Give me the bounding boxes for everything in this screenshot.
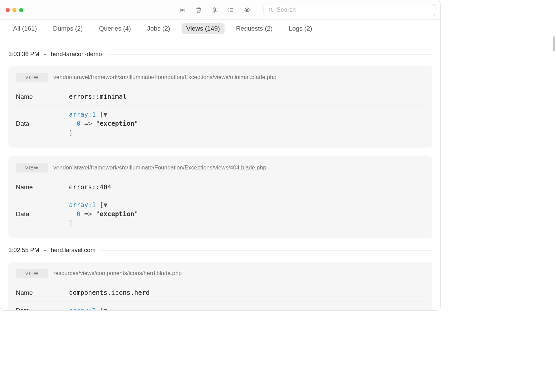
search-field[interactable]	[264, 4, 435, 16]
minimize-window-button[interactable]	[12, 8, 16, 12]
window-controls	[6, 8, 23, 12]
tab-queries[interactable]: Queries (4)	[94, 23, 135, 34]
group-header: 3:02:55 PM - herd.laravel.com	[8, 247, 432, 254]
row-label-data: Data	[16, 306, 69, 311]
close-window-button[interactable]	[6, 8, 10, 12]
view-card: VIEW vendor/laravel/framework/src/Illumi…	[8, 156, 432, 238]
gear-icon[interactable]	[243, 6, 251, 14]
trash-icon[interactable]	[195, 6, 202, 14]
view-name: errors::minimal	[69, 92, 127, 102]
view-name: components.icons.herd	[69, 288, 150, 298]
toolbar	[179, 4, 435, 16]
search-icon	[268, 7, 274, 13]
divider	[107, 54, 432, 54]
group-sep: -	[44, 51, 46, 58]
view-badge: VIEW	[16, 269, 48, 278]
file-path: vendor/laravel/framework/src/Illuminate/…	[53, 74, 276, 81]
group-time: 3:02:55 PM	[8, 247, 39, 254]
pin-icon[interactable]	[211, 6, 219, 14]
row-label-name: Name	[16, 288, 69, 298]
group-header: 3:03:36 PM - herd-laracon-demo	[8, 51, 432, 58]
group-sep: -	[44, 247, 46, 254]
tab-requests[interactable]: Requests (2)	[231, 23, 277, 34]
maximize-window-button[interactable]	[19, 8, 23, 12]
filter-tabs: All (161) Dumps (2) Queries (4) Jobs (2)…	[0, 20, 440, 38]
svg-point-1	[246, 9, 248, 11]
list-icon[interactable]	[227, 6, 235, 14]
group-host: herd.laravel.com	[51, 247, 95, 254]
tab-jobs[interactable]: Jobs (2)	[142, 23, 175, 34]
titlebar	[0, 0, 440, 20]
row-label-name: Name	[16, 183, 69, 192]
broadcast-icon[interactable]	[179, 6, 186, 14]
group-host: herd-laracon-demo	[51, 51, 102, 58]
file-path: vendor/laravel/framework/src/Illuminate/…	[53, 164, 266, 171]
search-input[interactable]	[277, 6, 431, 13]
row-label-data: Data	[16, 110, 69, 138]
view-data-dump[interactable]: array:1 [▼ 0 => "exception" ]	[69, 200, 138, 228]
view-data-dump[interactable]: array:1 [▼ 0 => "exception" ]	[69, 110, 138, 138]
divider	[100, 250, 432, 250]
tab-logs[interactable]: Logs (2)	[284, 23, 317, 34]
row-label-data: Data	[16, 200, 69, 228]
svg-point-2	[269, 8, 272, 11]
view-name: errors::404	[69, 183, 111, 192]
group-time: 3:03:36 PM	[8, 51, 39, 58]
tab-views[interactable]: Views (149)	[182, 23, 225, 34]
view-badge: VIEW	[16, 163, 48, 172]
file-path: resources/views/components/icons/herd.bl…	[53, 270, 182, 277]
tab-dumps[interactable]: Dumps (2)	[48, 23, 88, 34]
view-data-dump[interactable]: array:2 [▼	[69, 306, 107, 311]
svg-point-0	[182, 9, 183, 10]
view-badge: VIEW	[16, 73, 48, 82]
content-area: 3:03:36 PM - herd-laracon-demo VIEW vend…	[0, 38, 440, 311]
tab-all[interactable]: All (161)	[8, 23, 42, 34]
view-card: VIEW resources/views/components/icons/he…	[8, 262, 432, 311]
row-label-name: Name	[16, 92, 69, 102]
view-card: VIEW vendor/laravel/framework/src/Illumi…	[8, 66, 432, 148]
